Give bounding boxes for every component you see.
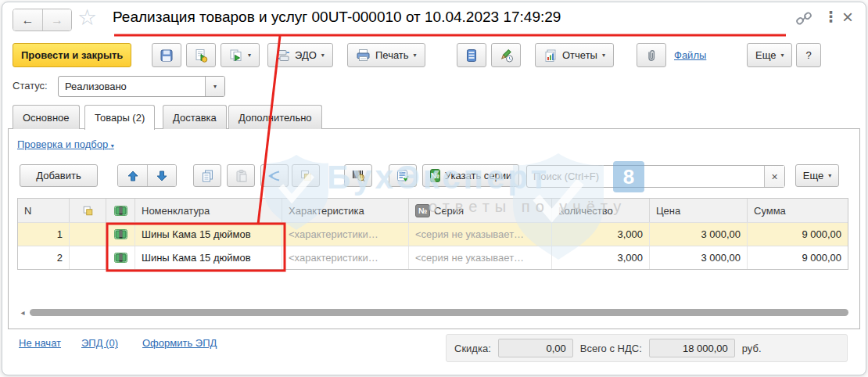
post-document-button[interactable] bbox=[186, 43, 216, 67]
get-link-button[interactable] bbox=[794, 10, 813, 31]
history-nav-group: ← → bbox=[13, 9, 72, 31]
row-series[interactable]: <серия не указывает… bbox=[409, 223, 552, 246]
row-item-type-cell[interactable] bbox=[106, 246, 135, 269]
goods-table-header: N Номенклатура Характ bbox=[18, 199, 848, 222]
forward-button[interactable]: → bbox=[42, 9, 71, 31]
caret-down-icon: ▾ bbox=[828, 173, 831, 179]
add-row-button[interactable]: Добавить bbox=[20, 164, 98, 187]
save-button[interactable] bbox=[152, 43, 181, 67]
checklist-icon bbox=[396, 169, 410, 182]
attachments-button[interactable] bbox=[637, 43, 666, 67]
search-clear-button[interactable]: × bbox=[764, 166, 784, 187]
status-dropdown-button[interactable]: ▾ bbox=[205, 77, 224, 96]
column-item-type[interactable] bbox=[106, 199, 135, 222]
row-quantity[interactable]: 3,000 bbox=[552, 246, 650, 269]
back-icon: ← bbox=[22, 13, 34, 27]
total-with-vat-label: Всего с НДС: bbox=[580, 343, 642, 354]
favorite-star-icon[interactable]: ☆ bbox=[77, 5, 97, 31]
column-sum[interactable]: Сумма bbox=[748, 199, 848, 222]
paste-row-button[interactable] bbox=[227, 164, 255, 187]
scroll-left-button[interactable]: ◂ bbox=[17, 308, 28, 317]
move-row-down-button[interactable] bbox=[147, 165, 176, 186]
clear-icon: × bbox=[771, 171, 777, 183]
register-records-button[interactable] bbox=[457, 43, 486, 67]
reports-button[interactable]: Отчеты ▾ bbox=[535, 43, 614, 67]
pencil-clock-icon bbox=[499, 48, 514, 63]
total-with-vat-field[interactable] bbox=[649, 339, 735, 357]
epd-create-link[interactable]: Оформить ЭПД bbox=[142, 337, 217, 349]
move-row-group bbox=[117, 164, 177, 187]
files-link[interactable]: Файлы bbox=[674, 49, 706, 61]
printer-icon bbox=[356, 48, 371, 62]
caret-down-icon: ▾ bbox=[111, 142, 114, 149]
row-sum[interactable]: 9 000,00 bbox=[748, 246, 848, 269]
help-button[interactable]: ? bbox=[796, 43, 821, 67]
tab-main[interactable]: Основное bbox=[13, 105, 80, 129]
row-quantity[interactable]: 3,000 bbox=[552, 223, 650, 246]
kebab-icon: ⋮ bbox=[823, 9, 838, 25]
caret-down-icon: ▾ bbox=[321, 52, 325, 59]
row-price[interactable]: 3 000,00 bbox=[650, 223, 748, 246]
create-based-on-button[interactable]: ▾ bbox=[221, 43, 260, 67]
close-button[interactable]: × bbox=[842, 6, 853, 28]
column-price[interactable]: Цена bbox=[650, 199, 748, 222]
epd-count-link[interactable]: ЭПД (0) bbox=[81, 337, 118, 349]
tire-item-icon bbox=[114, 206, 127, 216]
search-input[interactable] bbox=[527, 166, 764, 187]
back-button[interactable]: ← bbox=[13, 9, 42, 31]
copy-row-button[interactable] bbox=[193, 164, 221, 187]
specify-series-label: Указать серии bbox=[445, 170, 511, 181]
table-row[interactable]: 2 Шины Кама 15 дюймов <характеристики… <… bbox=[18, 246, 848, 269]
overlap-squares-icon bbox=[82, 205, 94, 217]
tab-additional[interactable]: Дополнительно bbox=[228, 105, 322, 129]
epd-status-link[interactable]: Не начат bbox=[19, 337, 61, 349]
row-item-type-cell[interactable] bbox=[106, 223, 135, 246]
scrollbar-thumb[interactable] bbox=[30, 309, 848, 316]
edo-button[interactable]: ЭДО ▾ bbox=[267, 43, 333, 67]
print-button[interactable]: Печать ▾ bbox=[347, 43, 425, 67]
row-series[interactable]: <серия не указывает… bbox=[409, 246, 552, 269]
row-picture-cell[interactable] bbox=[70, 223, 106, 246]
column-series[interactable]: № Серия bbox=[409, 199, 552, 222]
overlap-squares-button[interactable] bbox=[292, 164, 320, 187]
row-characteristic[interactable]: <характеристики… bbox=[282, 246, 409, 269]
specify-series-button[interactable]: № Указать серии bbox=[422, 164, 519, 187]
column-characteristic[interactable]: Характеристика bbox=[282, 199, 409, 222]
column-nomenclature[interactable]: Номенклатура bbox=[135, 199, 282, 222]
tab-goods[interactable]: Товары (2) bbox=[84, 105, 155, 130]
screenshot-root: ← → ☆ Реализация товаров и услуг 00UT-00… bbox=[0, 0, 868, 377]
caret-down-icon: ▾ bbox=[602, 52, 605, 59]
edit-history-button[interactable] bbox=[491, 43, 521, 67]
column-quantity[interactable]: Количество bbox=[552, 199, 650, 222]
column-n[interactable]: N bbox=[18, 199, 70, 222]
fill-check-button[interactable] bbox=[389, 164, 417, 187]
barcode-search-button[interactable] bbox=[344, 164, 372, 187]
currency-label: руб. bbox=[742, 343, 762, 354]
change-links-button[interactable] bbox=[260, 164, 289, 187]
row-nomenclature[interactable]: Шины Кама 15 дюймов bbox=[135, 246, 282, 269]
status-value: Реализовано bbox=[59, 77, 205, 96]
column-picture[interactable] bbox=[70, 199, 106, 222]
edo-exchange-icon bbox=[276, 49, 290, 62]
tab-delivery[interactable]: Доставка bbox=[163, 105, 227, 129]
column-series-label: Серия bbox=[434, 205, 464, 217]
paperclip-icon bbox=[645, 48, 658, 63]
table-row[interactable]: 1 Шины Кама 15 дюймов <характеристики… <… bbox=[18, 222, 848, 246]
more-label: Еще bbox=[755, 49, 776, 61]
window-menu-button[interactable]: ⋮ bbox=[823, 8, 838, 26]
goods-table: N Номенклатура Характ bbox=[17, 198, 848, 270]
toolbar-more-button[interactable]: Еще ▾ bbox=[747, 43, 792, 67]
row-picture-cell[interactable] bbox=[70, 246, 106, 269]
move-row-up-button[interactable] bbox=[118, 165, 147, 186]
row-sum[interactable]: 9 000,00 bbox=[748, 223, 848, 246]
row-characteristic[interactable]: <характеристики… bbox=[282, 223, 409, 246]
discount-field[interactable] bbox=[498, 339, 573, 357]
search-box: × bbox=[526, 165, 785, 188]
status-combobox[interactable]: Реализовано ▾ bbox=[58, 76, 225, 97]
post-and-close-button[interactable]: Провести и закрыть bbox=[13, 43, 131, 67]
register-records-icon bbox=[465, 48, 478, 63]
check-and-select-link[interactable]: Проверка и подбор ▾ bbox=[17, 138, 114, 150]
table-more-button[interactable]: Еще ▾ bbox=[795, 164, 839, 187]
row-nomenclature[interactable]: Шины Кама 15 дюймов bbox=[135, 223, 282, 246]
row-price[interactable]: 3 000,00 bbox=[650, 246, 748, 269]
